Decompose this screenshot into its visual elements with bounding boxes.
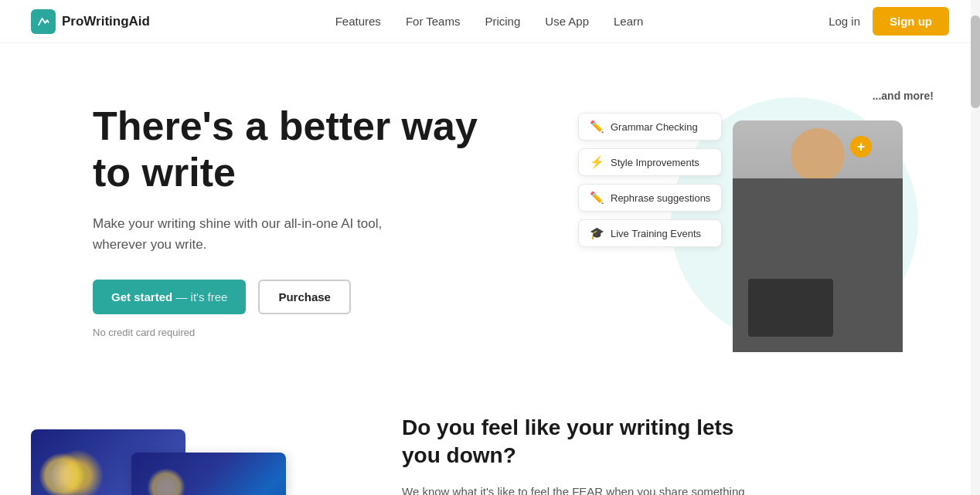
second-section-title: Do you feel like your writing lets you d… xyxy=(402,414,773,470)
brand-logo-icon xyxy=(31,9,56,34)
more-label: ...and more! xyxy=(873,90,934,102)
login-link[interactable]: Log in xyxy=(829,15,860,28)
navbar: ProWritingAid Features For Teams Pricing… xyxy=(0,0,980,43)
no-credit-text: No credit card required xyxy=(93,327,495,338)
plus-badge-icon: + xyxy=(850,136,872,158)
brand-logo-link[interactable]: ProWritingAid xyxy=(31,9,150,34)
get-started-button[interactable]: Get started — it's free xyxy=(93,280,246,314)
rephrase-icon: ✏️ xyxy=(590,191,604,205)
feature-card-training: 🎓 Live Training Events xyxy=(578,219,722,247)
scrollbar[interactable] xyxy=(971,0,980,495)
feature-card-rephrase-label: Rephrase suggestions xyxy=(611,192,710,204)
feature-card-rephrase: ✏️ Rephrase suggestions xyxy=(578,184,722,212)
feature-card-grammar: ✏️ Grammar Checking xyxy=(578,113,722,141)
second-right-text: Do you feel like your writing lets you d… xyxy=(402,414,773,495)
second-section-text: We know what it's like to feel the FEAR … xyxy=(402,483,773,495)
style-icon: ⚡ xyxy=(590,155,604,169)
person-head xyxy=(791,128,845,182)
hero-illustration: ...and more! + ✏️ Grammar Checking ⚡ Sty… xyxy=(578,90,949,352)
feature-card-grammar-label: Grammar Checking xyxy=(611,121,698,133)
nav-features[interactable]: Features xyxy=(335,15,381,28)
artwork-painting-overlay xyxy=(131,453,286,495)
nav-use-app[interactable]: Use App xyxy=(545,15,589,28)
scrollbar-thumb[interactable] xyxy=(971,15,980,108)
feature-card-training-label: Live Training Events xyxy=(611,228,701,239)
purchase-button[interactable]: Purchase xyxy=(258,280,351,314)
navbar-actions: Log in Sign up xyxy=(829,7,949,36)
person-laptop xyxy=(748,279,833,337)
nav-learn[interactable]: Learn xyxy=(614,15,643,28)
hero-buttons: Get started — it's free Purchase xyxy=(93,280,495,314)
overlay-swirl xyxy=(147,468,185,495)
artwork-container: My idea in my head xyxy=(31,414,356,495)
nav-for-teams[interactable]: For Teams xyxy=(406,15,461,28)
training-icon: 🎓 xyxy=(590,226,604,240)
signup-button[interactable]: Sign up xyxy=(873,7,949,36)
feature-cards-list: ✏️ Grammar Checking ⚡ Style Improvements… xyxy=(578,113,722,247)
swirl-circle xyxy=(39,453,85,495)
second-section: My idea in my head Do you feel like your… xyxy=(0,383,980,495)
nav-pricing[interactable]: Pricing xyxy=(485,15,520,28)
feature-card-style: ⚡ Style Improvements xyxy=(578,148,722,176)
hero-left: There's a better way to write Make your … xyxy=(93,103,495,338)
second-left-illustration: My idea in my head xyxy=(31,414,356,495)
hero-person-illustration xyxy=(733,120,903,352)
feature-card-style-label: Style Improvements xyxy=(611,157,699,168)
brand-name: ProWritingAid xyxy=(62,14,150,29)
hero-section: There's a better way to write Make your … xyxy=(0,43,980,383)
hero-subtitle: Make your writing shine with our all-in-… xyxy=(93,214,417,255)
nav-links: Features For Teams Pricing Use App Learn xyxy=(335,15,644,29)
grammar-icon: ✏️ xyxy=(590,120,604,134)
hero-title: There's a better way to write xyxy=(93,103,495,196)
